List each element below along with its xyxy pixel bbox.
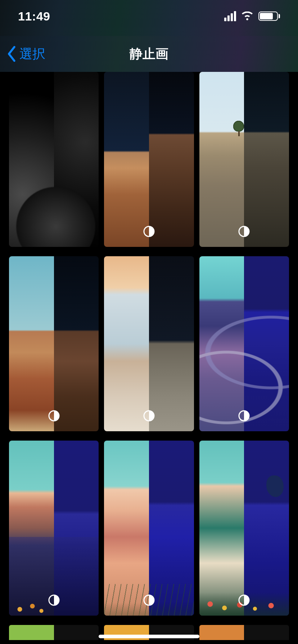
chevron-left-icon — [7, 46, 17, 62]
status-time: 11:49 — [18, 9, 50, 23]
dark-light-variant-icon — [143, 225, 155, 238]
wallpaper-tile[interactable] — [104, 72, 194, 247]
battery-icon — [258, 12, 280, 21]
dark-light-variant-icon — [48, 410, 60, 422]
dark-light-variant-icon — [238, 594, 250, 606]
wifi-icon — [241, 12, 253, 21]
dark-light-variant-icon — [238, 410, 250, 422]
dark-light-variant-icon — [238, 225, 250, 238]
wallpaper-tile[interactable] — [199, 625, 289, 640]
home-indicator[interactable] — [99, 635, 199, 638]
wallpaper-tile[interactable] — [199, 441, 289, 616]
wallpaper-tile[interactable] — [104, 441, 194, 616]
wallpaper-tile[interactable] — [9, 441, 99, 616]
wallpaper-tile[interactable] — [9, 256, 99, 431]
wallpaper-grid — [0, 72, 298, 644]
wallpaper-tile[interactable] — [9, 72, 99, 247]
dark-light-variant-icon — [143, 410, 155, 422]
wallpaper-tile[interactable] — [104, 256, 194, 431]
page-title: 静止画 — [130, 45, 168, 63]
wallpaper-tile[interactable] — [199, 72, 289, 247]
dark-light-variant-icon — [48, 225, 60, 238]
back-label: 選択 — [19, 45, 45, 63]
back-button[interactable]: 選択 — [7, 36, 45, 72]
dark-light-variant-icon — [143, 594, 155, 606]
svg-point-0 — [49, 226, 59, 236]
cellular-signal-icon — [224, 11, 236, 21]
wallpaper-tile[interactable] — [9, 625, 99, 640]
status-bar: 11:49 — [0, 0, 298, 36]
wallpaper-tile[interactable] — [199, 256, 289, 431]
dark-light-variant-icon — [48, 594, 60, 606]
navigation-bar: 選択 静止画 — [0, 36, 298, 72]
status-indicators — [224, 11, 280, 21]
